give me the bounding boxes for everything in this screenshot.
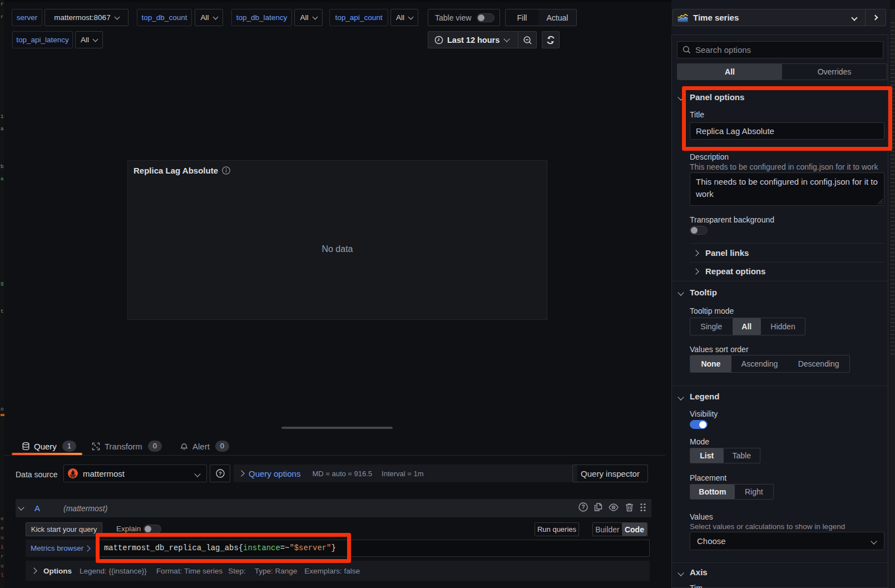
svg-text:?: ? <box>581 504 585 510</box>
svg-text:?: ? <box>219 470 222 476</box>
